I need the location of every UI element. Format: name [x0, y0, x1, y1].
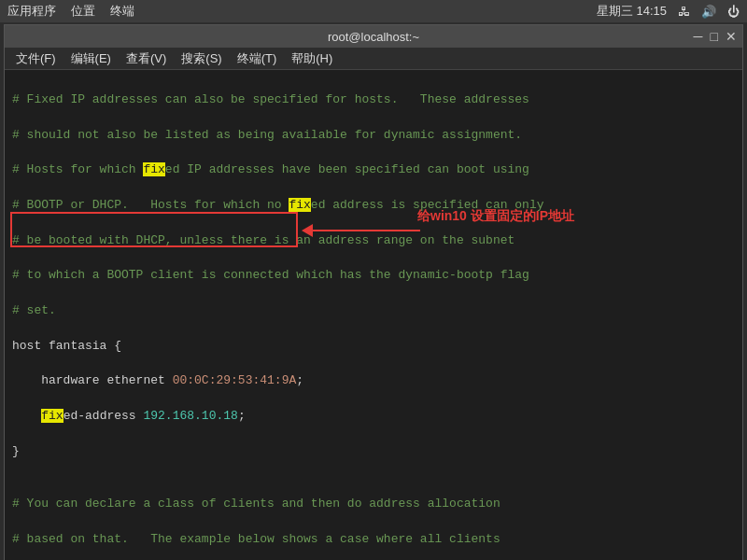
terminal-menu[interactable]: 终端 [110, 3, 134, 20]
editor-content[interactable]: # Fixed IP addresses can also be specifi… [5, 70, 742, 560]
view-menu[interactable]: 查看(V) [120, 49, 172, 68]
title-bar: root@localhost:~ ─ □ ✕ [5, 25, 742, 48]
minimize-button[interactable]: ─ [694, 29, 703, 44]
volume-icon: 🔊 [701, 5, 716, 19]
system-bar-right: 星期三 14:15 🖧 🔊 ⏻ [597, 3, 740, 20]
line-1: # Fixed IP addresses can also be specifi… [12, 91, 735, 109]
editor-area[interactable]: # Fixed IP addresses can also be specifi… [5, 70, 742, 560]
system-bar-left: 应用程序 位置 终端 [7, 3, 134, 20]
line-4: # BOOTP or DHCP. Hosts for which no fixe… [12, 197, 735, 215]
network-icon: 🖧 [678, 5, 690, 19]
line-2: # should not also be listed as being ava… [12, 127, 735, 145]
line-14: # based on that. The example below shows… [12, 531, 735, 549]
maximize-button[interactable]: □ [711, 29, 718, 44]
power-icon[interactable]: ⏻ [727, 5, 740, 19]
line-10: fixed-address 192.168.10.18; [12, 408, 735, 426]
close-button[interactable]: ✕ [726, 29, 737, 44]
edit-menu[interactable]: 编辑(E) [65, 49, 117, 68]
app-menu[interactable]: 应用程序 [7, 3, 56, 20]
window-controls: ─ □ ✕ [694, 29, 737, 44]
line-8: host fantasia { [12, 338, 735, 356]
terminal-window: root@localhost:~ ─ □ ✕ 文件(F) 编辑(E) 查看(V)… [4, 24, 743, 560]
datetime-display: 星期三 14:15 [597, 3, 667, 20]
menu-bar: 文件(F) 编辑(E) 查看(V) 搜索(S) 终端(T) 帮助(H) [5, 48, 742, 70]
location-menu[interactable]: 位置 [71, 3, 95, 20]
line-5: # be booted with DHCP, unless there is a… [12, 232, 735, 250]
file-menu[interactable]: 文件(F) [10, 49, 62, 68]
help-menu[interactable]: 帮助(H) [286, 49, 338, 68]
system-bar: 应用程序 位置 终端 星期三 14:15 🖧 🔊 ⏻ [0, 0, 747, 22]
line-9: hardware ethernet 00:0C:29:53:41:9A; [12, 372, 735, 390]
window-title: root@localhost:~ [328, 30, 419, 44]
search-menu[interactable]: 搜索(S) [176, 49, 227, 68]
line-3: # Hosts for which fixed IP addresses hav… [12, 161, 735, 179]
line-11: } [12, 443, 735, 461]
line-13: # You can declare a class of clients and… [12, 496, 735, 513]
line-6: # to which a BOOTP client is connected w… [12, 267, 735, 285]
line-7: # set. [12, 302, 735, 320]
terminal-menu-item[interactable]: 终端(T) [232, 49, 283, 68]
